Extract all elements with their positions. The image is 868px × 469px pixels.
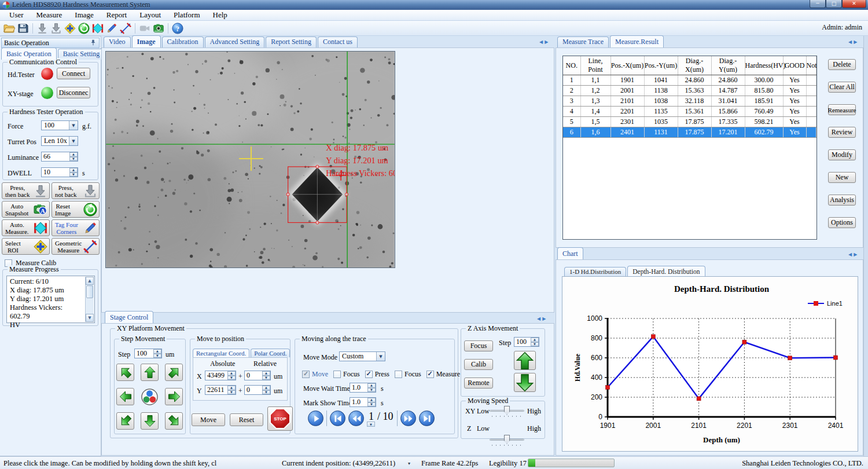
checkbox[interactable] — [333, 371, 341, 378]
reset-icon[interactable] — [77, 22, 91, 35]
move-wait-spinner[interactable]: 1.0▲▼ — [350, 383, 376, 393]
tab-rectangular-coord[interactable]: Rectangular Coord. — [193, 349, 249, 357]
save-icon[interactable] — [16, 22, 30, 35]
force-dropdown[interactable]: 100▼ — [41, 120, 78, 130]
table-cell[interactable]: 32.118 — [678, 96, 711, 107]
mark-show-spinner[interactable]: 1.0▲▼ — [350, 397, 376, 407]
review-button[interactable]: Review — [828, 127, 856, 138]
table-cell[interactable]: 1901 — [610, 75, 644, 86]
status-position-caret[interactable]: ▾ — [408, 461, 410, 466]
tab-report-setting[interactable]: Report Setting — [266, 36, 317, 47]
z-speed-slider[interactable] — [490, 434, 524, 446]
move-down-button[interactable] — [141, 412, 159, 430]
reset-image-button[interactable]: ResetImage — [52, 201, 100, 218]
table-cell[interactable]: 24.860 — [678, 75, 711, 86]
tab-calibration[interactable]: Calibration — [162, 36, 204, 47]
analysis-button[interactable]: Analysis — [828, 195, 856, 206]
xy-speed-slider[interactable] — [490, 405, 524, 417]
column-header[interactable]: Diag.-X(um) — [678, 56, 711, 75]
tab-measure-result[interactable]: Measure.Result — [610, 35, 664, 47]
x-relative-spinner[interactable]: 0▲▼ — [244, 371, 271, 380]
checkbox[interactable] — [365, 371, 373, 378]
move-right-button[interactable] — [165, 388, 183, 405]
table-cell[interactable]: 17.335 — [711, 117, 745, 127]
table-cell[interactable]: Yes — [783, 107, 806, 117]
table-cell[interactable] — [806, 96, 816, 107]
column-header[interactable]: Note — [806, 56, 816, 75]
connect-button[interactable]: Connect — [57, 68, 90, 79]
table-cell[interactable]: 6 — [563, 127, 580, 138]
select-roi-icon[interactable] — [63, 22, 77, 35]
next-button[interactable] — [400, 411, 416, 426]
table-cell[interactable]: 1,6 — [580, 127, 610, 138]
column-header[interactable]: Hardness(HV) — [745, 56, 783, 75]
stop-button[interactable]: STOP — [267, 406, 293, 431]
menu-layout[interactable]: Layout — [134, 9, 168, 21]
maximize-button[interactable]: □ — [826, 0, 842, 8]
trace-checkbox-measure-4[interactable]: Measure — [426, 369, 460, 379]
press-then-back-icon[interactable] — [35, 22, 49, 35]
table-cell[interactable]: 3 — [563, 96, 580, 107]
table-cell[interactable]: 14.787 — [711, 86, 745, 96]
menu-help[interactable]: Help — [207, 9, 234, 21]
move-ne-button[interactable] — [165, 364, 183, 381]
table-cell[interactable]: Yes — [783, 96, 806, 107]
table-cell[interactable]: 2 — [563, 86, 580, 96]
z-step-spinner[interactable]: 100▲▼ — [514, 337, 539, 347]
geometric-measure-icon[interactable] — [119, 22, 133, 35]
edit-pencil-icon[interactable] — [105, 22, 119, 35]
turret-dropdown[interactable]: Len 10x▼ — [41, 136, 78, 146]
table-cell[interactable]: 1,3 — [580, 96, 610, 107]
reset-button[interactable]: Reset — [230, 413, 263, 426]
select-roi-button[interactable]: SelectROI — [2, 238, 50, 255]
geometric-measure-button[interactable]: GeometricMeasure — [52, 238, 100, 255]
move-left-button[interactable] — [116, 388, 134, 405]
table-cell[interactable]: Yes — [783, 86, 806, 96]
table-cell[interactable]: Yes — [783, 127, 806, 138]
table-cell[interactable]: Yes — [783, 75, 806, 86]
options-button[interactable]: Options — [828, 217, 856, 228]
y-absolute-spinner[interactable]: 22611▲▼ — [205, 385, 236, 395]
dwell-spinner[interactable]: 10▲▼ — [41, 167, 78, 177]
xy-home-button[interactable] — [141, 388, 159, 405]
clear-all-button[interactable]: Clear All — [828, 82, 856, 93]
table-cell[interactable] — [806, 117, 816, 127]
table-cell[interactable]: 1131 — [644, 127, 678, 138]
progress-scrollbar[interactable]: ▲ ▼ — [85, 277, 94, 322]
pin-icon[interactable] — [90, 39, 97, 46]
play-button[interactable] — [308, 411, 323, 426]
table-cell[interactable]: 598.21 — [745, 117, 783, 127]
z-down-button[interactable] — [514, 373, 536, 392]
table-cell[interactable]: 17.875 — [678, 117, 711, 127]
new-button[interactable]: New — [828, 172, 856, 183]
table-row[interactable]: 61,62401113117.87517.201602.79Yes — [563, 127, 816, 138]
table-cell[interactable]: 1138 — [644, 86, 678, 96]
table-cell[interactable]: 300.00 — [745, 75, 783, 86]
table-cell[interactable] — [806, 127, 816, 138]
table-cell[interactable]: 17.875 — [678, 127, 711, 138]
move-se-button[interactable] — [165, 412, 183, 430]
table-cell[interactable]: 2001 — [610, 86, 644, 96]
table-row[interactable]: 41,42201113515.36115.866760.49Yes — [563, 107, 816, 117]
menu-measure[interactable]: Measure — [31, 9, 69, 21]
results-table[interactable]: NO.Line, PointPos.-X(um)Pos.-Y(um)Diag.-… — [563, 56, 816, 138]
center-tab-pager[interactable]: ◀▶ — [539, 39, 550, 45]
modify-button[interactable]: Modify — [828, 149, 856, 160]
tab-contact-us[interactable]: Contact us — [318, 36, 358, 47]
table-cell[interactable]: 15.866 — [711, 107, 745, 117]
table-cell[interactable] — [806, 75, 816, 86]
tag-four-corners-button[interactable]: Tag FourCorners — [52, 219, 100, 236]
tab-basic-operation[interactable]: Basic Operation — [1, 47, 57, 60]
table-cell[interactable]: 2401 — [610, 127, 644, 138]
tab-measure-trace[interactable]: Measure Trace — [557, 36, 609, 47]
luminance-spinner[interactable]: 66▲▼ — [41, 152, 78, 162]
stage-tab-pager[interactable]: ◀▶ — [537, 316, 547, 321]
tab-depth-hard-distribution[interactable]: Depth-Hard. Distribution — [627, 266, 705, 276]
y-relative-spinner[interactable]: 0▲▼ — [244, 385, 271, 395]
checkbox[interactable] — [395, 371, 402, 378]
table-row[interactable]: 11,11901104124.86024.860300.00Yes — [563, 75, 816, 86]
step-spinner[interactable]: 100▲▼ — [134, 349, 162, 358]
table-cell[interactable]: 1,2 — [580, 86, 610, 96]
remote-button[interactable]: Remote — [464, 378, 493, 389]
table-cell[interactable]: 2301 — [610, 117, 644, 127]
